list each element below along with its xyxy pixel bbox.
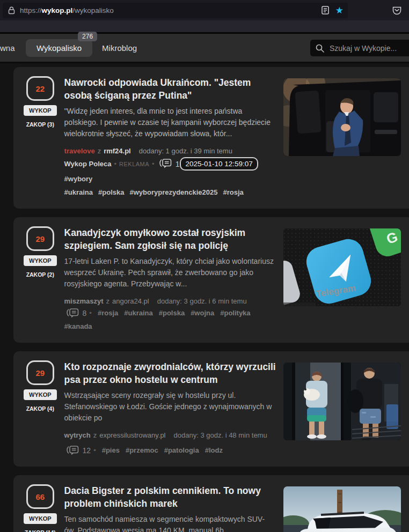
url-host: wykop.pl (42, 6, 73, 14)
article-body: Dacia Bigster z polskim cennikiem. To no… (64, 484, 279, 532)
search-box[interactable] (310, 40, 409, 56)
article-card: 29 WYKOP ZAKOP (4) Kto rozpoznaje zwyrod… (13, 351, 409, 467)
comments-count[interactable]: 1 (176, 158, 180, 170)
search-input[interactable] (328, 43, 409, 53)
article-body: Nawrocki odpowiada Ukraińcom. "Jestem os… (64, 76, 279, 198)
bookmarks-strip (0, 20, 409, 34)
dot-separator: • (93, 445, 96, 456)
added-time: dodany: 1 godz. i 39 min temu (139, 145, 232, 157)
article-meta: travelove z rmf24.pl dodany: 1 godz. i 3… (64, 145, 279, 157)
vote-count: 66 (35, 492, 45, 501)
address-bar[interactable]: https://wykop.pl/wykopalisko ★ (3, 3, 348, 18)
browser-toolbar: https://wykop.pl/wykopalisko ★ (0, 0, 409, 20)
vote-column: 29 WYKOP ZAKOP (4) (24, 360, 57, 456)
url-text: https://wykop.pl/wykopalisko (20, 6, 315, 14)
zakop-button[interactable]: ZAKOP (14) (25, 529, 56, 532)
comments-icon[interactable] (67, 308, 79, 319)
wykop-button[interactable]: WYKOP (24, 105, 57, 116)
lock-icon (8, 6, 15, 14)
tag-link[interactable]: #wybory (64, 173, 93, 185)
bookmark-star-icon[interactable]: ★ (335, 6, 344, 15)
vote-count-box[interactable]: 66 (26, 484, 54, 509)
comments-icon[interactable] (67, 446, 79, 456)
tag-link[interactable]: #rosja (98, 307, 118, 319)
nav-item-glowna[interactable]: wna (0, 43, 16, 53)
article-meta-2: 12 • #pies #przemoc #patologia #lodz (64, 445, 279, 456)
article-card: 29 WYKOP ZAKOP (2) Kanadyjczyk omyłkowo … (13, 217, 409, 343)
z-label: z (93, 430, 97, 441)
wykop-button[interactable]: WYKOP (24, 389, 57, 400)
vote-column: 22 WYKOP ZAKOP (3) (24, 76, 57, 198)
tag-link[interactable]: #kanada (64, 321, 92, 332)
url-scheme: https:// (20, 6, 42, 14)
article-body: Kto rozpoznaje zwyrodnialców, którzy wyr… (64, 360, 279, 456)
reader-mode-icon[interactable] (322, 6, 329, 14)
tag-link[interactable]: #wyboryprezydenckie2025 (129, 187, 217, 198)
vote-count: 29 (35, 234, 45, 243)
tag-link[interactable]: #polska (159, 307, 185, 319)
article-meta-2: 8 • #rosja #ukraina #polska #wojna #poli… (64, 307, 279, 319)
thumbnail-politician-car-photo[interactable] (283, 78, 401, 156)
author-link[interactable]: wytrych (64, 430, 91, 441)
tag-link[interactable]: #pies (102, 445, 120, 456)
url-path: /wykopalisko (72, 6, 114, 14)
thumbnail-dacia-suv-photo[interactable] (283, 486, 401, 532)
author-link[interactable]: travelove (64, 145, 95, 157)
article-meta-2: Wykop Poleca • REKLAMA • 1 2025-01-10 12… (64, 157, 279, 185)
tag-link[interactable]: #wojna (191, 307, 214, 319)
vote-count-box[interactable]: 22 (26, 76, 54, 101)
tag-link[interactable]: #patologia (164, 445, 199, 456)
article-title[interactable]: Kanadyjczyk omyłkowo został rosyjskim sz… (64, 226, 279, 252)
vote-count: 29 (35, 368, 45, 378)
article-excerpt: Wstrząsające sceny rozegrały się w hoste… (64, 390, 275, 424)
tag-link[interactable]: #ukraina (64, 187, 93, 198)
zakop-button[interactable]: ZAKOP (4) (26, 405, 54, 412)
tag-link[interactable]: #ukraina (124, 307, 152, 319)
source-link[interactable]: rmf24.pl (104, 145, 131, 157)
comments-count[interactable]: 8 (83, 307, 87, 319)
tab-wykopalisko[interactable]: Wykopalisko 276 (26, 39, 92, 57)
tag-link[interactable]: #lodz (205, 445, 223, 456)
article-title[interactable]: Kto rozpoznaje zwyrodnialców, którzy wyr… (64, 360, 279, 386)
vote-count: 22 (35, 84, 45, 93)
article-excerpt: 17-letni Laken P. to Kanadyjczyk, który … (64, 256, 275, 290)
z-label: z (106, 295, 110, 307)
tag-link[interactable]: #polska (98, 187, 124, 198)
wykop-button[interactable]: WYKOP (24, 513, 57, 524)
wykop-button[interactable]: WYKOP (24, 255, 57, 266)
dot-separator: • (152, 158, 155, 170)
added-time: dodany: 3 godz. i 6 min temu (157, 295, 247, 307)
vote-count-box[interactable]: 29 (26, 360, 54, 385)
vote-count-box[interactable]: 29 (26, 226, 54, 251)
article-meta: wytrych z expressilustrowany.pl dodany: … (64, 430, 279, 441)
zakop-button[interactable]: ZAKOP (2) (26, 271, 54, 278)
tab-mikroblog[interactable]: Mikroblog (102, 43, 137, 53)
article-excerpt: Ten samochód namiesza w segmencie kompak… (64, 514, 275, 532)
date-tooltip: 2025-01-10 12:59:07 (180, 157, 258, 171)
article-meta: miszmaszyt z angora24.pl dodany: 3 godz.… (64, 295, 279, 307)
article-excerpt: "Widzę jeden interes, dla mnie to jest i… (64, 106, 275, 139)
source-link[interactable]: expressilustrowany.pl (99, 430, 165, 441)
tag-link[interactable]: #przemoc (126, 445, 158, 456)
comments-icon[interactable] (159, 159, 172, 169)
article-feed: 22 WYKOP ZAKOP (3) Nawrocki odpowiada Uk… (0, 63, 409, 532)
thumbnail-telegram-photo[interactable]: G Telegram (283, 228, 401, 306)
site-nav: wna Wykopalisko 276 Mikroblog (0, 34, 409, 63)
dot-separator: • (114, 158, 116, 170)
zakop-button[interactable]: ZAKOP (3) (26, 121, 54, 128)
author-link[interactable]: miszmaszyt (64, 295, 104, 307)
thumbnail-cctv-photo[interactable] (283, 363, 401, 440)
article-title[interactable]: Nawrocki odpowiada Ukraińcom. "Jestem os… (64, 76, 279, 102)
article-tags: #kanada (64, 321, 279, 332)
source-link[interactable]: angora24.pl (112, 295, 149, 307)
article-title[interactable]: Dacia Bigster z polskim cennikiem. To no… (64, 484, 279, 510)
vote-column: 29 WYKOP ZAKOP (2) (24, 226, 57, 332)
added-time: dodany: 3 godz. i 48 min temu (174, 430, 267, 441)
tag-link[interactable]: #polityka (220, 307, 250, 319)
pocket-icon[interactable] (392, 5, 402, 16)
tag-link[interactable]: #rosja (223, 187, 244, 198)
comments-count[interactable]: 12 (83, 445, 91, 456)
reklama-label: REKLAMA (119, 158, 149, 170)
article-card: 66 WYKOP ZAKOP (14) Dacia Bigster z pols… (13, 475, 409, 532)
wykop-poleca-label: Wykop Poleca (64, 158, 112, 170)
